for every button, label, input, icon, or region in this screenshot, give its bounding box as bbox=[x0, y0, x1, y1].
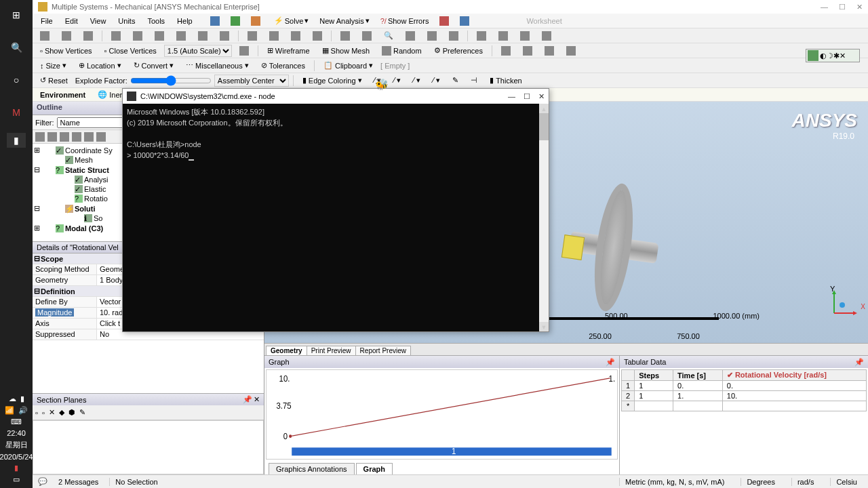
start-button[interactable]: ⊞ bbox=[4, 3, 28, 27]
section-tb-icon[interactable]: ✎ bbox=[79, 408, 85, 417]
menu-help[interactable]: Help bbox=[172, 16, 198, 26]
tb-icon[interactable] bbox=[215, 30, 234, 42]
close-icon[interactable]: ✕ bbox=[254, 395, 260, 404]
show-errors-button[interactable]: ?/Show Errors bbox=[376, 16, 433, 26]
ime-icon[interactable]: ⌨ bbox=[11, 418, 22, 426]
close-vertices-button[interactable]: ▫ Close Vertices bbox=[100, 45, 161, 56]
tab-graphics-annotations[interactable]: Graphics Annotations bbox=[269, 463, 355, 474]
menu-view[interactable]: View bbox=[85, 16, 112, 26]
new-analysis-button[interactable]: New Analysis ▾ bbox=[315, 15, 373, 26]
tb-icon[interactable] bbox=[35, 30, 54, 42]
tb-icon[interactable] bbox=[264, 30, 283, 42]
menu-units[interactable]: Units bbox=[113, 16, 140, 26]
cmd-titlebar[interactable]: C:\WINDOWS\system32\cmd.exe - node — ☐ ✕ bbox=[123, 89, 549, 104]
assembly-select[interactable]: Assembly Center bbox=[214, 75, 289, 87]
tree-tb-icon[interactable] bbox=[35, 132, 45, 142]
tb-icon[interactable] bbox=[569, 15, 587, 27]
thicken-button[interactable]: ▮ Thicken bbox=[485, 75, 527, 86]
tb-icon[interactable] bbox=[401, 30, 420, 42]
tab-geometry[interactable]: Geometry bbox=[266, 346, 307, 355]
section-tb-icon[interactable]: ◆ bbox=[59, 408, 64, 417]
tb-icon[interactable] bbox=[540, 45, 559, 57]
tb-icon[interactable] bbox=[479, 15, 496, 27]
tree-tb-icon[interactable] bbox=[84, 132, 94, 142]
random-button[interactable]: Random bbox=[377, 45, 427, 57]
tb-icon[interactable] bbox=[422, 30, 441, 42]
tb-icon[interactable] bbox=[193, 30, 212, 42]
tab-report-preview[interactable]: Report Preview bbox=[355, 346, 411, 355]
mail-icon[interactable]: M bbox=[4, 100, 28, 125]
tb-icon[interactable] bbox=[172, 30, 191, 42]
tab-graph[interactable]: Graph bbox=[356, 463, 393, 474]
tree-tb-icon[interactable] bbox=[60, 132, 69, 142]
edge-coloring-button[interactable]: ▮ Edge Coloring ▾ bbox=[298, 75, 367, 86]
maximize-button[interactable]: ☐ bbox=[839, 3, 846, 12]
tree-tb-icon[interactable] bbox=[72, 132, 81, 142]
section-tb-icon[interactable]: ▫ bbox=[42, 409, 45, 417]
tb-icon[interactable] bbox=[106, 30, 125, 42]
tb-icon[interactable]: ⊣ bbox=[466, 75, 482, 86]
tb-icon[interactable]: ∕ ▾ bbox=[389, 75, 406, 86]
section-tb-icon[interactable]: ▫ bbox=[35, 409, 38, 417]
pin-icon[interactable]: 📌 bbox=[606, 358, 615, 367]
show-vertices-button[interactable]: ▫ Show Vertices bbox=[35, 45, 97, 56]
minimize-button[interactable]: — bbox=[821, 3, 828, 12]
tb-icon[interactable] bbox=[561, 45, 580, 57]
size-button[interactable]: ↕ Size ▾ bbox=[35, 60, 71, 71]
location-button[interactable]: ⊕ Location ▾ bbox=[74, 60, 126, 71]
tb-icon[interactable] bbox=[537, 30, 556, 42]
preferences-button[interactable]: ⚙ Preferences bbox=[429, 45, 488, 56]
tb-icon[interactable] bbox=[57, 30, 76, 42]
tb-icon[interactable] bbox=[243, 30, 262, 42]
tabular-table[interactable]: Steps Time [s] ✔ Rotational Velocity [ra… bbox=[621, 369, 867, 411]
tb-icon[interactable] bbox=[444, 30, 463, 42]
tb-icon[interactable] bbox=[247, 15, 264, 27]
tb-icon[interactable] bbox=[336, 30, 355, 42]
tolerances-button[interactable]: ⊘ Tolerances bbox=[256, 60, 310, 71]
cmd-body[interactable]: Microsoft Windows [版本 10.0.18362.592] (c… bbox=[123, 104, 549, 331]
status-messages[interactable]: 2 Messages bbox=[58, 478, 98, 486]
zoom-icon[interactable]: 🔍 bbox=[379, 30, 398, 41]
notifications-icon[interactable]: ▮ bbox=[14, 464, 18, 472]
tb-icon[interactable] bbox=[494, 30, 513, 42]
section-tb-icon[interactable]: ✕ bbox=[49, 408, 55, 417]
cmd-minimize-button[interactable]: — bbox=[508, 92, 515, 101]
solve-button[interactable]: ⚡Solve ▾ bbox=[270, 15, 313, 26]
close-button[interactable]: ✕ bbox=[856, 3, 863, 12]
tb-icon[interactable] bbox=[435, 15, 453, 27]
cmd-scrollbar[interactable]: ▲▼ bbox=[539, 104, 549, 331]
cmd-close-button[interactable]: ✕ bbox=[538, 92, 545, 101]
search-icon[interactable]: 🔍 bbox=[4, 35, 28, 60]
reset-button[interactable]: ↺ Reset bbox=[35, 75, 73, 86]
misc-button[interactable]: ⋯ Miscellaneous ▾ bbox=[181, 60, 254, 71]
tb-icon[interactable] bbox=[235, 45, 254, 57]
tb-icon[interactable] bbox=[518, 45, 537, 57]
show-mesh-button[interactable]: ▦ Show Mesh bbox=[317, 45, 374, 56]
tree-tb-icon[interactable] bbox=[47, 132, 57, 142]
show-desktop[interactable]: ▭ bbox=[13, 475, 20, 484]
view-orient-box[interactable]: ◐☽✱✕ bbox=[806, 49, 860, 62]
menu-tools[interactable]: Tools bbox=[142, 16, 170, 26]
convert-button[interactable]: ↻ Convert ▾ bbox=[129, 60, 179, 71]
tb-icon[interactable] bbox=[496, 45, 515, 57]
menu-file[interactable]: File bbox=[35, 16, 58, 26]
tb-icon[interactable] bbox=[150, 30, 169, 42]
tray-icon[interactable]: ☁ bbox=[9, 394, 16, 403]
tb-icon[interactable] bbox=[308, 30, 327, 42]
tb-icon[interactable] bbox=[79, 30, 98, 42]
tb-icon[interactable] bbox=[128, 30, 147, 42]
pin-icon[interactable]: 📌 bbox=[243, 395, 252, 404]
explode-slider[interactable] bbox=[130, 75, 212, 87]
tb-icon[interactable] bbox=[357, 30, 376, 42]
tb-icon[interactable] bbox=[286, 30, 305, 42]
graph-body[interactable]: 10. 3.75 0 1. 1 bbox=[266, 369, 618, 460]
tb-icon[interactable] bbox=[206, 15, 224, 27]
tb-icon[interactable]: ∕ ▾ bbox=[408, 75, 425, 86]
tab-print-preview[interactable]: Print Preview bbox=[307, 346, 356, 355]
tb-icon[interactable] bbox=[226, 15, 244, 27]
tb-icon[interactable] bbox=[589, 15, 607, 27]
tb-icon[interactable] bbox=[472, 30, 491, 42]
tb-icon[interactable] bbox=[515, 30, 534, 42]
cortana-icon[interactable]: ○ bbox=[4, 68, 28, 92]
wireframe-button[interactable]: ⊞ Wireframe bbox=[262, 45, 315, 56]
